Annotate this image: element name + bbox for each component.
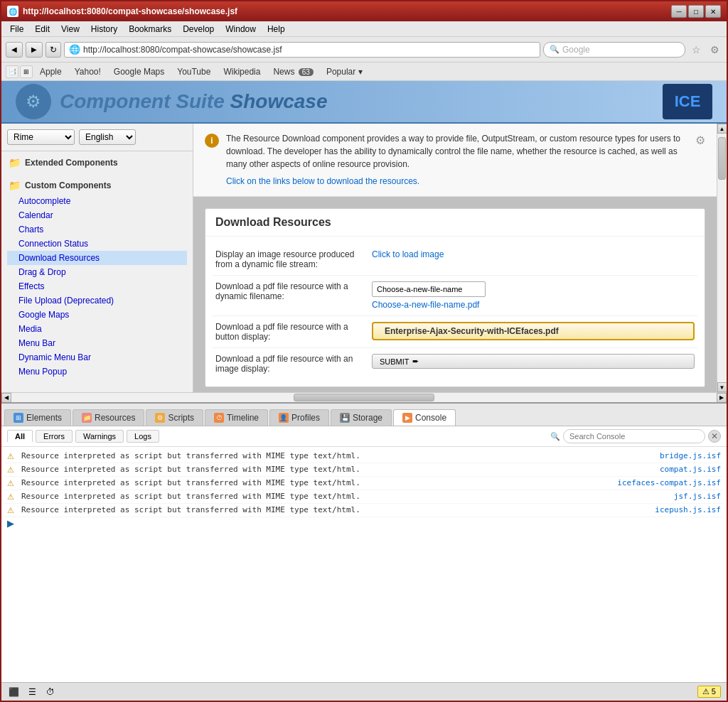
log-text-4: Resource interpreted as script but trans…: [21, 492, 670, 501]
dock-icon[interactable]: ⬛: [7, 686, 20, 698]
scroll-h-track[interactable]: [11, 393, 717, 402]
tab-scripts[interactable]: ⚙ Scripts: [146, 409, 203, 426]
scroll-h-thumb[interactable]: [294, 394, 434, 401]
apps-icon[interactable]: ⊞: [20, 65, 33, 78]
menu-edit[interactable]: Edit: [29, 23, 55, 36]
filter-errors[interactable]: Errors: [36, 430, 73, 443]
sidebar-item-google-maps[interactable]: Google Maps: [7, 308, 187, 322]
sidebar-item-charts[interactable]: Charts: [7, 222, 187, 237]
sidebar-item-effects[interactable]: Effects: [7, 279, 187, 293]
console-close-button[interactable]: ✕: [708, 430, 721, 443]
clock-icon[interactable]: ⏱: [44, 686, 57, 698]
console-icon: ▶: [402, 413, 412, 423]
tab-console[interactable]: ▶ Console: [393, 409, 456, 426]
tab-storage[interactable]: 💾 Storage: [331, 409, 392, 426]
sidebar-item-menu-bar[interactable]: Menu Bar: [7, 336, 187, 350]
bookmark-popular[interactable]: Popular ▾: [321, 65, 368, 78]
minimize-button[interactable]: ─: [671, 5, 687, 18]
scroll-up-arrow[interactable]: ▲: [717, 124, 727, 134]
search-bar[interactable]: 🔍 Google: [543, 42, 685, 58]
menu-file[interactable]: File: [4, 23, 29, 36]
scroll-track[interactable]: [717, 134, 727, 382]
bookmark-apple[interactable]: Apple: [34, 65, 68, 78]
tab-resources[interactable]: 📁 Resources: [73, 409, 144, 426]
page-header: ⚙ Component Suite Showcase ICE: [1, 81, 727, 124]
menu-develop[interactable]: Develop: [177, 23, 220, 36]
pdf-download-button[interactable]: Enterprise-Ajax-Security-with-ICEfaces.p…: [372, 322, 695, 340]
download-label-1: Display an image resource produced from …: [215, 249, 365, 269]
menu-view[interactable]: View: [55, 23, 85, 36]
download-link-1[interactable]: Click to load image: [372, 249, 695, 259]
log-file-4[interactable]: jsf.js.isf: [674, 492, 721, 501]
scroll-thumb[interactable]: [718, 137, 726, 180]
menu-help[interactable]: Help: [262, 23, 291, 36]
filter-warnings[interactable]: Warnings: [75, 430, 124, 443]
scroll-left-arrow[interactable]: ◀: [1, 393, 11, 403]
log-row-2: ⚠ Resource interpreted as script but tra…: [4, 463, 724, 477]
sidebar-item-dynamic-menu-bar[interactable]: Dynamic Menu Bar: [7, 350, 187, 364]
log-row-3: ⚠ Resource interpreted as script but tra…: [4, 477, 724, 490]
menu-bookmarks[interactable]: Bookmarks: [123, 23, 177, 36]
breadcrumb-icon[interactable]: ☰: [26, 686, 38, 698]
maximize-button[interactable]: □: [688, 5, 704, 18]
timeline-icon: ⏱: [214, 413, 224, 423]
sidebar-item-drag-drop[interactable]: Drag & Drop: [7, 265, 187, 279]
log-text-3: Resource interpreted as script but trans…: [21, 478, 613, 487]
scroll-right-arrow[interactable]: ▶: [717, 393, 727, 403]
sidebar-item-autocomplete[interactable]: Autocomplete: [7, 194, 187, 208]
tab-profiles[interactable]: 👤 Profiles: [269, 409, 329, 426]
tab-elements-label: Elements: [26, 413, 62, 423]
log-file-3[interactable]: icefaces-compat.js.isf: [617, 478, 721, 487]
menu-history[interactable]: History: [85, 23, 123, 36]
bookmarks-icon[interactable]: 📑: [6, 65, 18, 78]
extended-label: Extended Components: [25, 158, 118, 168]
submit-arrow-icon: ➨: [412, 357, 419, 366]
bookmark-google-maps[interactable]: Google Maps: [108, 65, 170, 78]
back-button[interactable]: ◀: [6, 42, 23, 58]
filter-logs[interactable]: Logs: [127, 430, 159, 443]
download-panel: Download Resources Display an image reso…: [205, 208, 705, 387]
filename-input[interactable]: [372, 281, 486, 297]
horizontal-scrollbar[interactable]: ◀ ▶: [1, 392, 727, 402]
sidebar-item-media[interactable]: Media: [7, 322, 187, 336]
bookmark-youtube[interactable]: YouTube: [171, 65, 216, 78]
sidebar-item-menu-popup[interactable]: Menu Popup: [7, 364, 187, 379]
sidebar-item-file-upload[interactable]: File Upload (Deprecated): [7, 293, 187, 308]
menu-window[interactable]: Window: [220, 23, 262, 36]
reload-button[interactable]: ↻: [46, 42, 61, 58]
bookmark-wikipedia[interactable]: Wikipedia: [218, 65, 266, 78]
forward-button[interactable]: ▶: [26, 42, 43, 58]
cursor-row: ▶: [4, 517, 724, 530]
filter-all[interactable]: All: [7, 430, 33, 443]
sidebar-item-connection-status[interactable]: Connection Status: [7, 237, 187, 251]
info-description: The Resource Download component provides…: [226, 132, 688, 171]
download-row-1: Display an image resource produced from …: [213, 244, 697, 276]
language-select[interactable]: English: [79, 129, 136, 145]
vertical-scrollbar[interactable]: ▲ ▼: [717, 124, 727, 392]
content-wrapper: i The Resource Download component provid…: [193, 124, 727, 392]
filename-link[interactable]: Choose-a-new-file-name.pdf: [372, 300, 695, 310]
star-button[interactable]: ☆: [688, 42, 704, 58]
info-link[interactable]: Click on the links below to download the…: [226, 176, 419, 186]
scroll-down-arrow[interactable]: ▼: [717, 382, 727, 392]
settings-button[interactable]: ⚙: [707, 42, 722, 58]
log-file-1[interactable]: bridge.js.isf: [660, 451, 721, 460]
devtools-tabs: ⊞ Elements 📁 Resources ⚙ Scripts ⏱ Timel…: [1, 404, 727, 426]
info-gear-btn[interactable]: ⚙: [695, 134, 705, 188]
url-bar[interactable]: 🌐 http://localhost:8080/compat-showcase/…: [64, 42, 540, 58]
theme-select[interactable]: Rime: [7, 129, 75, 145]
log-file-5[interactable]: icepush.js.isf: [655, 505, 721, 514]
close-button[interactable]: ✕: [705, 5, 721, 18]
console-search-input[interactable]: [563, 429, 705, 443]
menu-bar: File Edit View History Bookmarks Develop…: [1, 21, 727, 37]
sidebar-item-download-resources[interactable]: Download Resources: [7, 251, 187, 265]
log-file-2[interactable]: compat.js.isf: [660, 465, 721, 474]
bookmark-news[interactable]: News 63: [267, 65, 318, 78]
tab-elements[interactable]: ⊞ Elements: [4, 409, 71, 426]
bookmark-yahoo[interactable]: Yahoo!: [69, 65, 107, 78]
bookmarks-bar: 📑 ⊞ Apple Yahoo! Google Maps YouTube Wik…: [1, 63, 727, 81]
tab-timeline[interactable]: ⏱ Timeline: [205, 409, 268, 426]
log-row-4: ⚠ Resource interpreted as script but tra…: [4, 490, 724, 504]
submit-button[interactable]: SUBMIT ➨: [372, 354, 695, 369]
sidebar-item-calendar[interactable]: Calendar: [7, 208, 187, 222]
